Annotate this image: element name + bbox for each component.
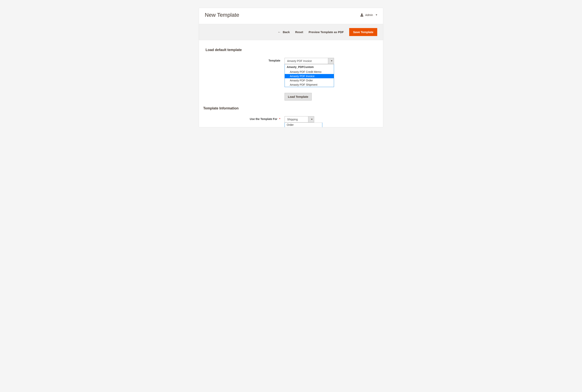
page-title: New Template [205,12,239,18]
use-template-for-select[interactable]: Shipping [285,116,314,122]
template-select-value: Amasty PDF Invoice [285,58,328,64]
chevron-down-icon [331,60,332,62]
user-icon [360,13,364,17]
section-load-default-heading: Load default template [206,48,377,52]
template-optgroup-label: Amasty_PDFCustom [285,64,334,70]
section-template-info-heading: Template Information [203,106,377,110]
use-for-option-invoice[interactable]: Invoice [285,127,322,127]
preview-label: Preview Template as PDF [309,30,344,34]
use-template-for-row: Use the Template For * Shipping Order In… [205,116,377,122]
template-label: Template [205,58,285,62]
load-template-label: Load Template [288,95,308,98]
admin-user-label: Admin [365,14,373,16]
template-select[interactable]: Amasty PDF Invoice [285,58,334,64]
use-template-for-arrow [308,116,314,122]
use-template-for-label: Use the Template For * [205,116,285,120]
back-button[interactable]: ← Back [278,30,290,34]
form-content: Load default template Template Amasty PD… [199,40,383,127]
load-default-template-section: Load default template Template Amasty PD… [205,48,377,100]
use-template-for-value: Shipping [285,116,308,122]
template-information-section: Template Information Use the Template Fo… [205,106,377,122]
template-option-shipment[interactable]: Amasty PDF Shipment [285,82,334,87]
use-template-for-dropdown: Order Invoice Shipping Credit Memo [285,122,322,127]
required-star-icon: * [279,118,280,120]
template-dropdown: Amasty_PDFCustom Amasty PDF Credit Memo … [285,64,334,87]
template-field-row: Template Amasty PDF Invoice Amasty_PDFCu… [205,58,377,64]
template-field: Amasty PDF Invoice Amasty_PDFCustom Amas… [285,58,334,64]
chevron-down-icon [376,14,377,16]
page-header: New Template Admin [199,8,383,24]
save-label: Save Template [353,30,373,34]
template-option-order[interactable]: Amasty PDF Order [285,78,334,82]
admin-panel: New Template Admin ← Back Reset Preview … [199,8,383,127]
arrow-left-icon: ← [278,30,281,34]
use-for-option-order[interactable]: Order [285,123,322,127]
use-template-for-field: Shipping Order Invoice Shipping Credit M… [285,116,314,122]
action-toolbar: ← Back Reset Preview Template as PDF Sav… [199,24,383,40]
back-label: Back [283,30,290,34]
template-option-invoice[interactable]: Amasty PDF Invoice [285,74,334,78]
reset-button[interactable]: Reset [295,30,303,34]
preview-pdf-button[interactable]: Preview Template as PDF [309,30,344,34]
save-template-button[interactable]: Save Template [349,28,377,36]
template-option-credit-memo[interactable]: Amasty PDF Credit Memo [285,70,334,74]
template-select-arrow [328,58,334,64]
reset-label: Reset [295,30,303,34]
admin-account-menu[interactable]: Admin [360,13,377,17]
chevron-down-icon [311,119,313,120]
load-template-button[interactable]: Load Template [285,93,312,100]
